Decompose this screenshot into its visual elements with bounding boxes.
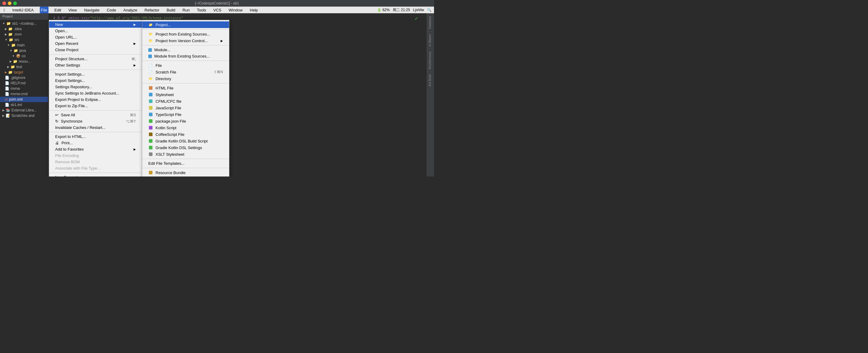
file-menu-open[interactable]: Open... — [49, 28, 142, 34]
file-menu-associatefiletype: Associate with File Type... — [49, 165, 142, 171]
menubar-code[interactable]: Code — [105, 7, 117, 13]
sidebar-item-mvn[interactable]: ▶ 📁 .mvn — [0, 32, 48, 37]
project-vcs-label: Project from Version Control... — [156, 38, 208, 43]
new-submenu-directory[interactable]: 📁 Directory — [142, 75, 229, 82]
sidebar-item-resources[interactable]: ▶ 📁 resou... — [0, 59, 48, 64]
expand-arrow-java: ▼ — [10, 49, 12, 52]
menubar-build[interactable]: Build — [165, 7, 177, 13]
menubar-intellij[interactable]: IntelliJ IDEA — [11, 7, 35, 13]
resource-bundle-label: Resource Bundle — [156, 170, 186, 175]
new-submenu-gradle-kotlin-settings[interactable]: Gradle Kotlin DSL Settings — [142, 144, 229, 151]
file-menu-exportsettings[interactable]: Export Settings... — [49, 77, 142, 84]
new-submenu-html[interactable]: HTML File — [142, 85, 229, 91]
new-submenu-js[interactable]: JavaScript File — [142, 104, 229, 111]
menubar-vcs[interactable]: VCS — [212, 7, 223, 13]
file-menu-settingsrepo[interactable]: Settings Repository... — [49, 84, 142, 90]
sidebar-item-external[interactable]: ▶ 📚 External Libra... — [0, 107, 48, 113]
print-icon: 🖨 — [55, 141, 59, 145]
new-submenu-module-existing[interactable]: Module from Existing Sources... — [142, 53, 229, 59]
new-submenu-xslt[interactable]: XSLT Stylesheet — [142, 151, 229, 158]
item-label-main: main — [17, 43, 25, 47]
new-submenu-cfml[interactable]: CFML/CFC file — [142, 98, 229, 104]
file-menu-synchronize[interactable]: ↻ Synchronize ⌥⌘Y — [49, 118, 142, 124]
syncsettings-label: Sync Settings to JetBrains Account... — [55, 91, 119, 95]
new-submenu-resource-bundle[interactable]: Resource Bundle — [142, 169, 229, 176]
new-submenu-file[interactable]: 📄 File — [142, 62, 229, 69]
file-menu-exporthtml[interactable]: Export to HTML... — [49, 133, 142, 140]
new-submenu-packagejson[interactable]: package.json File — [142, 118, 229, 124]
new-submenu-project-vcs[interactable]: 📁 Project from Version Control... ▶ — [142, 37, 229, 44]
file-menu-print[interactable]: 🖨 Print... — [49, 140, 142, 146]
file-menu-exporteclipse[interactable]: Export Project to Eclipse... — [49, 96, 142, 103]
apple-menu[interactable]:  — [2, 7, 6, 13]
sidebar-item-iml[interactable]: 📄 sb1.iml — [0, 102, 48, 107]
new-submenu-ts[interactable]: TypeScript File — [142, 111, 229, 118]
new-submenu-edit-templates[interactable]: Edit File Templates... — [142, 160, 229, 166]
file-menu-invalidatecaches[interactable]: Invalidate Caches / Restart... — [49, 124, 142, 131]
file-menu-projectstructure[interactable]: Project Structure... ⌘; — [49, 56, 142, 62]
menubar-run[interactable]: Run — [181, 7, 191, 13]
sidebar-item-idea[interactable]: ▶ 📁 .idea — [0, 26, 48, 32]
sidebar-item-src[interactable]: ▼ 📁 src — [0, 37, 48, 42]
file-menu-openurl[interactable]: Open URL... — [49, 34, 142, 40]
new-submenu-xml-config[interactable]: XML Configuration File ▶ — [142, 176, 229, 176]
new-submenu-scratch[interactable]: 📄 Scratch File ⇧⌘N — [142, 69, 229, 75]
file-menu-openrecent[interactable]: Open Recent ▶ — [49, 40, 142, 47]
saveall-icon: ↩ — [55, 113, 59, 117]
menubar-edit[interactable]: Edit — [53, 7, 62, 13]
new-submenu-coffeescript[interactable]: CoffeeScript File — [142, 131, 229, 138]
traffic-lights[interactable] — [2, 1, 17, 5]
menubar-view[interactable]: View — [67, 7, 78, 13]
sidebar-item-target[interactable]: ▶ 📁 target — [0, 70, 48, 75]
sidebar-item-co[interactable]: ▼ 📦 co — [0, 53, 48, 59]
sidebar-item-mvnw[interactable]: 📄 mvnw — [0, 86, 48, 91]
folder-icon-mvn: 📁 — [8, 32, 13, 36]
minimize-button[interactable] — [8, 1, 11, 5]
file-menu-closeproject[interactable]: Close Project — [49, 47, 142, 53]
file-menu-importsettings[interactable]: Import Settings... — [49, 71, 142, 77]
ant-build-tool[interactable]: Ant Build — [427, 72, 434, 89]
scratch-shortcut: ⇧⌘N — [214, 70, 223, 74]
expand-arrow: ▼ — [2, 22, 5, 25]
menubar-refactor[interactable]: Refactor — [144, 7, 161, 13]
new-submenu-gradle-kotlin-dsl[interactable]: Gradle Kotlin DSL Build Script — [142, 138, 229, 144]
sidebar-item-main[interactable]: ▼ 📁 main — [0, 42, 48, 48]
new-submenu-stylesheet[interactable]: Stylesheet — [142, 91, 229, 98]
sidebar-item-scratches[interactable]: ▶ 📝 Scratches and — [0, 113, 48, 118]
new-submenu-project-existing[interactable]: 📁 Project from Existing Sources... — [142, 31, 229, 37]
file-menu-saveall[interactable]: ↩ Save All ⌘S — [49, 112, 142, 118]
sidebar-item-java[interactable]: ▼ 📁 java — [0, 48, 48, 53]
menubar-navigate[interactable]: Navigate — [83, 7, 101, 13]
file-menu-lineseparators[interactable]: Line Separators ▶ — [49, 174, 142, 176]
rest-services-tool[interactable]: RestServices — [427, 49, 434, 72]
maximize-button[interactable] — [13, 1, 17, 5]
removebom-label: Remove BOM — [55, 160, 80, 164]
sidebar-item-help[interactable]: 📄 HELP.md — [0, 81, 48, 86]
sidebar-item-test[interactable]: ▶ 📁 test — [0, 64, 48, 70]
edit-templates-label: Edit File Templates... — [148, 161, 184, 166]
sidebar-item-gitignore[interactable]: 📄 .gitignore — [0, 75, 48, 81]
menubar-window[interactable]: Window — [227, 7, 244, 13]
file-menu-new[interactable]: New ▶ — [49, 21, 142, 28]
close-button[interactable] — [2, 1, 6, 5]
new-submenu-module[interactable]: Module... — [142, 47, 229, 53]
menu-search-icon[interactable]: 🔍 — [427, 8, 432, 12]
database-tool[interactable]: Database — [427, 13, 434, 31]
new-submenu-project[interactable]: 📁 Project... — [142, 21, 229, 28]
file-menu-othersettings[interactable]: Other Settings ▶ — [49, 62, 142, 68]
expand-arrow-co: ▼ — [12, 55, 15, 58]
menubar-tools[interactable]: Tools — [195, 7, 207, 13]
sidebar-item-pom[interactable]: m pom.xml — [0, 97, 48, 102]
xslt-label: XSLT Stylesheet — [156, 152, 184, 157]
file-menu-addfavorites[interactable]: Add to Favorites ▶ — [49, 146, 142, 152]
file-menu-syncsettings[interactable]: Sync Settings to JetBrains Account... — [49, 90, 142, 96]
menubar-file[interactable]: File — [40, 7, 49, 13]
new-submenu-kotlin-script[interactable]: Kotlin Script — [142, 124, 229, 131]
new-sep5 — [142, 159, 229, 159]
maven-tool[interactable]: m Maven — [427, 31, 434, 49]
sidebar-item-sb1[interactable]: ▼ 📁 sb1 ~/codesp... — [0, 21, 48, 26]
sidebar-item-mvnw-cmd[interactable]: 📄 mvnw.cmd — [0, 91, 48, 97]
file-menu-exportzip[interactable]: Export to Zip File... — [49, 103, 142, 109]
menubar-help[interactable]: Help — [249, 7, 259, 13]
menubar-analyze[interactable]: Analyze — [122, 7, 138, 13]
